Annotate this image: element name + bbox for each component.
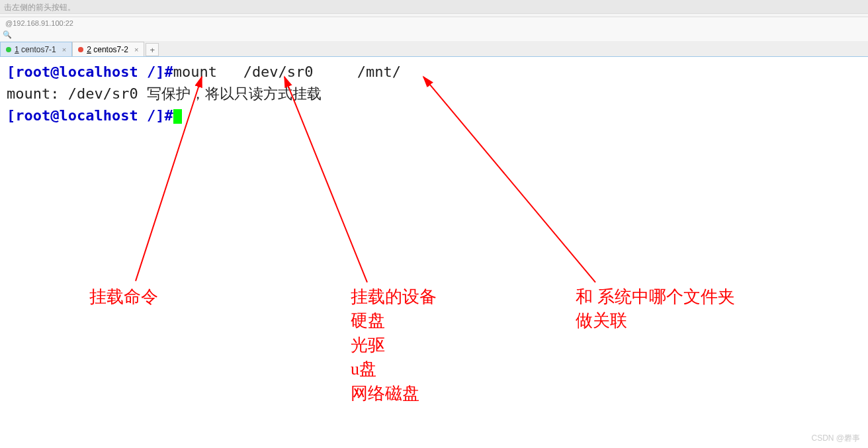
prompt: [root@localhost /]# xyxy=(7,107,173,124)
close-icon[interactable]: × xyxy=(62,46,66,54)
terminal-line: [root@localhost /]# xyxy=(7,105,861,126)
search-icon[interactable]: 🔍 xyxy=(3,30,12,38)
tab-label: centos7-2 xyxy=(93,45,128,54)
annotation-line: 网络磁盘 xyxy=(351,382,437,406)
watermark: CSDN @礬事 xyxy=(811,433,860,444)
status-indicator-icon xyxy=(78,47,83,52)
tab-label: centos7-1 xyxy=(21,45,56,54)
annotation-line: 光驱 xyxy=(351,334,437,357)
tab-centos7-1[interactable]: 1 centos7-1 × xyxy=(0,42,72,56)
annotation-mount-point: 和 系统中哪个文件夹 做关联 xyxy=(576,285,735,334)
prompt: [root@localhost /]# xyxy=(7,64,173,80)
address-text: 192.168.91.100:22 xyxy=(13,19,73,27)
annotation-line: 硬盘 xyxy=(351,309,437,333)
add-tab-button[interactable]: + xyxy=(146,43,159,56)
tab-centos7-2[interactable]: 2 centos7-2 × xyxy=(72,42,144,56)
address-bar: @192.168.91.100:22 xyxy=(0,17,868,29)
annotation-mount-command: 挂载命令 xyxy=(89,285,158,309)
annotation-line: 和 系统中哪个文件夹 xyxy=(576,285,735,309)
command-text: mount /dev/sr0 /mnt/ xyxy=(173,64,401,80)
toolbar: 🔍 xyxy=(0,29,868,41)
annotation-line: 挂载的设备 xyxy=(351,285,437,309)
tab-number: 2 xyxy=(87,45,91,54)
tab-bar: 1 centos7-1 × 2 centos7-2 × + xyxy=(0,41,868,57)
annotation-line: 做关联 xyxy=(576,309,735,333)
hint-bar: 击左侧的箭头按钮。 xyxy=(0,0,868,13)
terminal-area[interactable]: [root@localhost /]#mount /dev/sr0 /mnt/ … xyxy=(0,57,868,448)
terminal-output: mount: /dev/sr0 写保护，将以只读方式挂载 xyxy=(7,83,861,105)
annotation-device: 挂载的设备 硬盘 光驱 u盘 网络磁盘 xyxy=(351,285,437,406)
annotation-line: u盘 xyxy=(351,357,437,381)
close-icon[interactable]: × xyxy=(134,46,138,54)
terminal-line: [root@localhost /]#mount /dev/sr0 /mnt/ xyxy=(7,61,861,83)
status-indicator-icon xyxy=(6,47,11,52)
cursor xyxy=(173,109,182,124)
tab-number: 1 xyxy=(15,45,19,54)
